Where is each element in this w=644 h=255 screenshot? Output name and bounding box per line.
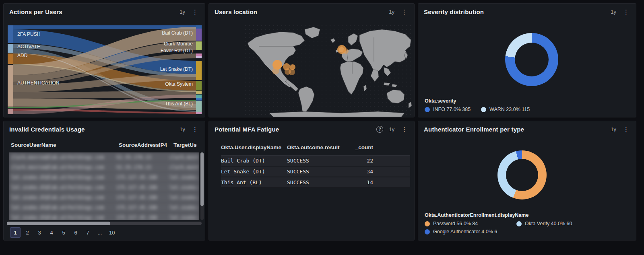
panel-title: Severity distribution	[424, 8, 484, 15]
cell-target-user: let.snake.d	[169, 203, 199, 212]
panel-title: Potential MFA Fatigue	[215, 126, 279, 133]
world-map[interactable]	[245, 25, 414, 117]
legend-dot-icon	[516, 221, 522, 226]
table-body: Bail Crab (DT) SUCCESS 22 Let Snake (DT)…	[221, 155, 410, 188]
cell-source-user: let.snake.dt@lab.wtrholdings.com	[11, 203, 116, 212]
cell-source-ip: 175.127.45.188	[116, 203, 169, 212]
cell-display-name: This Ant (BL)	[221, 177, 287, 187]
cell-target-user: clark.monro	[169, 152, 199, 162]
table-row: let.snake.dt@lab.wtrholdings.com 175.127…	[9, 213, 199, 220]
legend-items: INFO 77.0% 385 WARN 23.0% 115	[425, 107, 530, 112]
page-button[interactable]: 3	[34, 227, 45, 238]
time-range-label: 1y	[389, 126, 394, 132]
legend-title: Okta.severity	[425, 98, 530, 104]
svg-text:Bail Crab (DT): Bail Crab (DT)	[162, 30, 193, 36]
legend-dot-icon	[481, 107, 486, 112]
page-button[interactable]: 4	[46, 227, 57, 238]
svg-text:AUTHENTICATION: AUTHENTICATION	[17, 80, 59, 86]
panel-authenticator-enrollment: Authenticator Enrollment per type 1y ⋮ O…	[418, 121, 636, 241]
cell-count: 14	[346, 177, 373, 187]
severity-donut-chart	[505, 33, 558, 86]
column-header-outcome[interactable]: Okta.outcome.result	[287, 144, 346, 150]
legend-item[interactable]: WARN 23.0% 115	[481, 107, 530, 112]
location-marker[interactable]	[290, 64, 295, 70]
kebab-menu-icon[interactable]: ⋮	[191, 8, 199, 16]
page-button[interactable]: ...	[95, 227, 105, 238]
kebab-menu-icon[interactable]: ⋮	[622, 8, 630, 16]
kebab-menu-icon[interactable]: ⋮	[400, 8, 409, 16]
column-header-count[interactable]: _count	[346, 144, 373, 150]
mfa-table: Okta.User.displayName Okta.outcome.resul…	[221, 142, 410, 188]
vertical-scrollbar-thumb[interactable]	[200, 152, 204, 206]
table-header-row: Okta.User.displayName Okta.outcome.resul…	[221, 142, 410, 155]
panel-header: Potential MFA Fatigue ? 1y ⋮	[209, 121, 414, 137]
page-button[interactable]: 7	[83, 227, 93, 238]
page-button[interactable]: 10	[107, 227, 117, 238]
time-range-label: 1y	[389, 9, 394, 15]
severity-legend: Okta.severity INFO 77.0% 385 WARN 23.0% …	[425, 98, 530, 112]
cell-outcome: SUCCESS	[287, 156, 346, 166]
page-button[interactable]: 6	[70, 227, 81, 238]
kebab-menu-icon[interactable]: ⋮	[191, 125, 199, 133]
sankey-diagram: 2FA PUSHACTIVATEADDAUTHENTICATIONBail Cr…	[8, 25, 202, 115]
column-header-source-user[interactable]: SourceUserName	[11, 142, 119, 148]
column-header-source-ip[interactable]: SourceAddressIP4	[119, 142, 173, 148]
horizontal-scrollbar-thumb[interactable]	[7, 222, 110, 225]
page-button[interactable]: 2	[22, 227, 33, 238]
cell-display-name: Let Snake (DT)	[221, 167, 287, 177]
legend-item-label: WARN 23.0% 115	[489, 107, 530, 112]
legend-item[interactable]: Okta Verify 40.0% 60	[516, 221, 572, 226]
table-row: clark.monroe@lab.wtrholdings.com 52.35.1…	[9, 162, 199, 173]
column-header-display-name[interactable]: Okta.User.displayName	[221, 144, 287, 150]
location-marker[interactable]	[343, 48, 349, 54]
panel-header: Actions per Users 1y ⋮	[4, 4, 205, 20]
location-marker[interactable]	[272, 67, 279, 74]
panel-severity-distribution: Severity distribution 1y ⋮ Okta.severity…	[418, 3, 636, 117]
kebab-menu-icon[interactable]: ⋮	[400, 125, 409, 133]
cell-count: 34	[346, 167, 373, 177]
kebab-menu-icon[interactable]: ⋮	[622, 125, 630, 133]
cell-source-user: clark.monroe@lab.wtrholdings.com	[11, 162, 116, 172]
table-row: let.snake.dt@lab.wtrholdings.com 175.127…	[9, 203, 199, 213]
legend-title: Okta.AuthenticatorEnrollment.displayName	[425, 212, 572, 218]
legend-dot-icon	[425, 229, 430, 234]
panel-users-location: Users location 1y ⋮	[208, 3, 415, 117]
legend-item[interactable]: Google Authenticator 4.0% 6	[425, 229, 516, 234]
page-button[interactable]: 1	[10, 227, 21, 238]
panel-invalid-credentials: Invalid Credentials Usage 1y ⋮ SourceUse…	[3, 121, 205, 241]
legend-item[interactable]: Password 56.0% 84	[425, 221, 516, 226]
panel-title: Authenticator Enrollment per type	[424, 126, 524, 133]
table-header-row: SourceUserName SourceAddressIP4 TargetUs…	[11, 142, 197, 148]
table-row: clark.monroe@lab.wtrholdings.com 52.35.1…	[9, 152, 199, 162]
svg-text:Clark Monroe: Clark Monroe	[164, 41, 193, 47]
cell-source-user: clark.monroe@lab.wtrholdings.com	[11, 152, 116, 162]
cell-source-ip: 52.35.178.13	[116, 152, 169, 162]
svg-text:ACTIVATE: ACTIVATE	[17, 44, 40, 49]
cell-target-user: let.snake.d	[169, 173, 199, 182]
time-range-label: 1y	[611, 9, 616, 15]
column-header-target-user[interactable]: TargetUserNam	[173, 142, 197, 148]
legend-items: Password 56.0% 84 Okta Verify 40.0% 60 G…	[425, 221, 572, 234]
cell-display-name: Bail Crab (DT)	[221, 156, 287, 166]
table-body-blurred: clark.monroe@lab.wtrholdings.com 52.35.1…	[9, 152, 199, 220]
legend-dot-icon	[425, 107, 430, 112]
table-row: let.snake.dt@lab.wtrholdings.com 175.127…	[9, 193, 199, 203]
legend-dot-icon	[425, 221, 430, 226]
pagination: 1 2 3 4 5 6 7 ... 10	[10, 227, 117, 238]
panel-header: Users location 1y ⋮	[209, 4, 414, 20]
enrollment-legend: Okta.AuthenticatorEnrollment.displayName…	[425, 212, 572, 234]
table-row: Bail Crab (DT) SUCCESS 22	[221, 156, 410, 167]
legend-item-label: Google Authenticator 4.0% 6	[433, 229, 497, 234]
panel-header: Invalid Credentials Usage 1y ⋮	[4, 121, 205, 137]
svg-text:ADD: ADD	[17, 53, 28, 58]
cell-target-user: clark.monro	[169, 162, 199, 172]
help-icon[interactable]: ?	[376, 126, 383, 133]
cell-target-user: let.snake.d	[169, 183, 199, 192]
cell-source-user: let.snake.dt@lab.wtrholdings.com	[11, 183, 116, 192]
page-button[interactable]: 5	[58, 227, 69, 238]
dashboard: Actions per Users 1y ⋮ 2FA PUSHACTIVATEA…	[0, 0, 644, 255]
panel-title: Users location	[215, 8, 257, 15]
vertical-scrollbar[interactable]	[200, 152, 204, 220]
horizontal-scrollbar[interactable]	[7, 222, 202, 225]
legend-item[interactable]: INFO 77.0% 385	[425, 107, 471, 112]
